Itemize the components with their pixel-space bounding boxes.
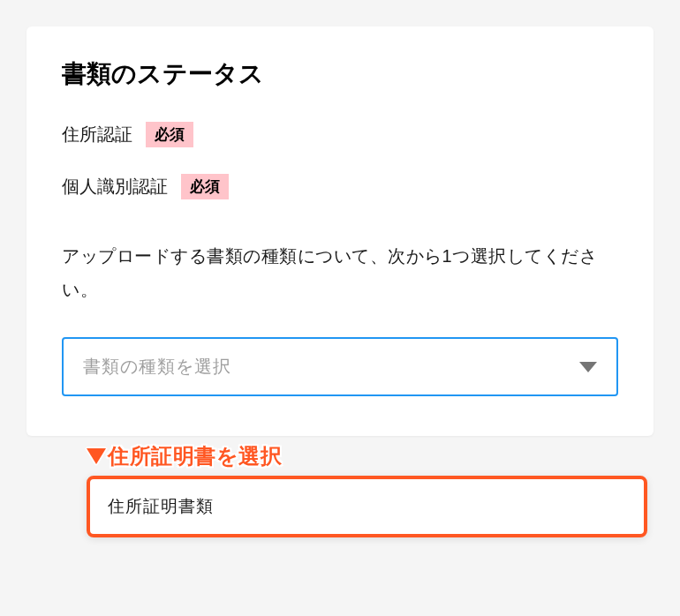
- annotation-label: 住所証明書を選択: [87, 442, 647, 470]
- required-badge: 必須: [181, 174, 229, 199]
- dropdown-option-address-proof[interactable]: 住所証明書類: [87, 476, 647, 537]
- annotation-text: 住所証明書を選択: [108, 442, 282, 470]
- dropdown-option-label: 住所証明書類: [108, 497, 214, 515]
- status-row-identity: 個人識別認証 必須: [62, 174, 618, 199]
- chevron-down-icon: [579, 362, 597, 372]
- status-label: 住所認証: [62, 123, 132, 146]
- required-badge: 必須: [146, 122, 193, 147]
- upload-instruction: アップロードする書類の種類について、次から1つ選択してください。: [62, 239, 618, 306]
- status-row-address: 住所認証 必須: [62, 122, 618, 147]
- annotation-overlay: 住所証明書を選択 住所証明書類: [87, 442, 647, 537]
- document-type-select[interactable]: 書類の種類を選択: [62, 337, 618, 396]
- triangle-down-icon: [87, 448, 106, 464]
- status-label: 個人識別認証: [62, 175, 168, 199]
- card-heading: 書類のステータス: [62, 57, 618, 91]
- select-placeholder: 書類の種類を選択: [83, 355, 231, 379]
- document-status-card: 書類のステータス 住所認証 必須 個人識別認証 必須 アップロードする書類の種類…: [26, 26, 654, 436]
